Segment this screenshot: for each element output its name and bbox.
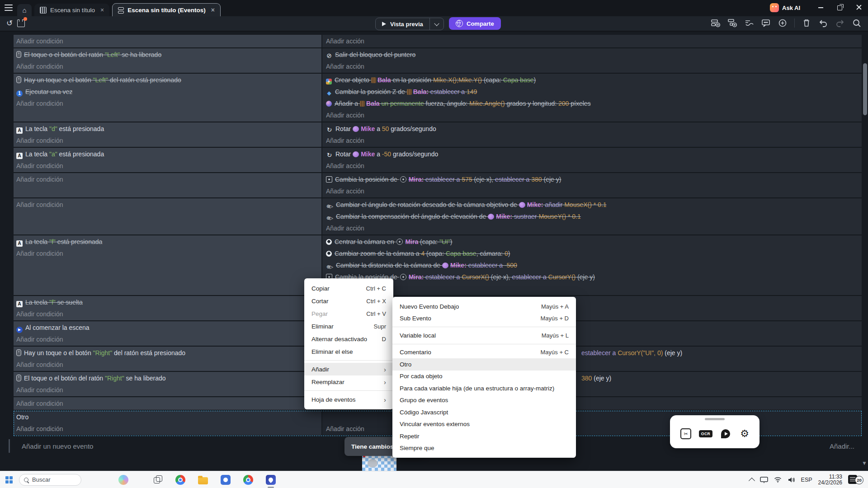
add-circle-icon[interactable] [778, 18, 788, 28]
add-condition-button[interactable]: Añadir condición [16, 423, 321, 435]
add-submenu-item[interactable]: Nuevo Evento DebajoMayús + A [392, 300, 576, 313]
action-line[interactable]: ◆Cambiar la posición Z de Bala: establec… [326, 86, 862, 98]
file-explorer-icon[interactable] [198, 477, 208, 484]
add-condition-button[interactable]: Añadir condición [16, 398, 321, 409]
speaker-icon[interactable] [788, 477, 795, 483]
close-window-button[interactable] [855, 4, 863, 11]
delete-icon[interactable] [802, 18, 811, 28]
action-line[interactable]: ⊘Salir del bloqueo del puntero [326, 49, 862, 61]
action-line[interactable]: 380 (eje y) [581, 372, 862, 384]
ask-ai-button[interactable]: Ask AI [770, 3, 800, 12]
add-submenu-item[interactable]: Repetir [392, 430, 576, 442]
action-line[interactable]: Cambia la posición de Mira: establecer a… [326, 271, 862, 283]
history-icon[interactable]: ↺ [5, 19, 14, 28]
context-menu-item[interactable]: Hoja de eventos› [304, 393, 393, 406]
add-submenu-item[interactable]: Otro [392, 358, 576, 371]
preview-button[interactable]: Vista previa [375, 18, 444, 30]
action-line[interactable]: Centrar la cámara en Mira (capa: "UI") [326, 236, 862, 248]
add-condition-button[interactable]: Añadir condición [16, 135, 321, 146]
add-submenu-item[interactable]: Para cada variable hija (de una estructu… [392, 382, 576, 394]
vertical-scrollbar-thumb[interactable] [863, 63, 867, 115]
event-row[interactable]: ALa tecla "f" está presionadaAñadir cond… [14, 235, 862, 296]
task-view-icon[interactable] [153, 475, 163, 485]
condition-line[interactable]: 1Ejecutar una vez [16, 86, 321, 98]
condition-line[interactable]: ALa tecla "f" se suelta [16, 296, 321, 308]
add-action-button[interactable]: Añadir acción [326, 109, 862, 121]
event-row[interactable]: Añadir condiciónAñadir acción [14, 35, 862, 48]
event-row[interactable]: Añadir condición⊕▷Cambiar el ángulo de r… [14, 198, 862, 235]
add-condition-button[interactable]: Añadir condición [16, 35, 321, 47]
taskbar-search[interactable]: Buscar [19, 474, 81, 486]
media-app-icon[interactable] [221, 475, 231, 485]
search-icon[interactable] [852, 18, 862, 28]
close-tab-icon[interactable]: × [100, 6, 104, 14]
event-row[interactable]: Hay un toque o el botón "Left" del ratón… [14, 74, 862, 122]
start-button[interactable] [5, 476, 13, 483]
action-line[interactable]: +Crear objeto Bala en la posición Mike.X… [326, 74, 862, 86]
condition-line[interactable]: El toque o el botón del ratón "Right" se… [16, 372, 321, 384]
add-action-button[interactable]: Añadir acción [326, 185, 862, 197]
add-subevent-icon[interactable] [727, 18, 737, 28]
language-indicator[interactable]: ESP [801, 477, 812, 483]
context-menu-item[interactable]: Reemplazar› [304, 375, 393, 388]
add-condition-button[interactable]: Añadir condición [16, 174, 321, 185]
add-submenu-item[interactable]: Variable localMayús + L [392, 329, 576, 342]
condition-line[interactable]: ▶Al comenzar la escena [16, 322, 321, 333]
chrome-icon[interactable] [175, 475, 185, 485]
cast-icon[interactable] [760, 477, 768, 483]
main-menu-icon[interactable] [5, 5, 13, 11]
add-action-button[interactable]: Añadir acción [326, 160, 862, 172]
add-condition-button[interactable]: Añadir condición [16, 308, 321, 320]
maximize-button[interactable] [836, 4, 844, 11]
wifi-icon[interactable] [774, 477, 782, 483]
condition-line[interactable]: ALa tecla "f" está presionada [16, 236, 321, 248]
minimize-button[interactable] [817, 4, 825, 11]
add-submenu-item[interactable]: Código Javascript [392, 406, 576, 418]
screenshot-snip-icon[interactable]: ✂ [680, 428, 692, 440]
add-condition-button[interactable]: Añadir condición [16, 384, 321, 396]
add-other-event-icon[interactable] [744, 18, 754, 28]
condition-line[interactable]: ALa tecla "d" está presionada [16, 123, 321, 135]
save-icon-unsaved[interactable] [17, 19, 25, 27]
add-condition-button[interactable]: Añadir condición [16, 160, 321, 172]
event-row[interactable]: Añadir condiciónCambia la posición de Mi… [14, 173, 862, 198]
add-event-icon[interactable] [711, 18, 721, 28]
context-menu-item[interactable]: CortarCtrl + X [304, 295, 393, 307]
event-row[interactable]: El toque o el botón del ratón "Left" se … [14, 48, 862, 74]
condition-line[interactable]: Otro [16, 411, 321, 423]
tray-expand-icon[interactable] [749, 477, 755, 483]
preview-options-chevron[interactable] [430, 23, 443, 25]
add-submenu-item[interactable]: Grupo de eventos [392, 394, 576, 407]
add-action-button[interactable]: Añadir acción [326, 283, 862, 295]
add-submenu-item[interactable]: Por cada objeto [392, 371, 576, 383]
context-menu-item[interactable]: PegarCtrl + V [304, 307, 393, 320]
action-line[interactable]: ↻Rotar Mike a -50 grados/segundo [326, 148, 862, 160]
condition-line[interactable]: El toque o el botón del ratón "Left" se … [16, 49, 321, 61]
event-row[interactable]: ALa tecla "d" está presionadaAñadir cond… [14, 122, 862, 148]
add-submenu-item[interactable]: ComentarioMayús + C [392, 347, 576, 359]
add-action-button[interactable]: Añadir acción [326, 135, 862, 146]
event-row[interactable]: ALa tecla "a" está presionadaAñadir cond… [14, 148, 862, 173]
add-condition-button[interactable]: Añadir condición [16, 98, 321, 109]
comment-icon[interactable] [761, 18, 771, 28]
taskbar-clock[interactable]: 11:33 24/2/2026 [818, 474, 842, 486]
share-button[interactable]: Comparte [449, 17, 501, 30]
context-menu-item[interactable]: Añadir› [304, 363, 393, 375]
add-condition-button[interactable]: Añadir condición [16, 359, 321, 371]
add-more-button[interactable]: Añadir... [830, 442, 854, 450]
gdevelop-icon[interactable] [266, 475, 276, 485]
add-new-event-button[interactable]: Añadir un nuevo evento [22, 442, 93, 450]
scrollbar-down-arrow[interactable]: ▼ [862, 460, 867, 466]
add-action-button[interactable]: Añadir acción [326, 35, 862, 47]
condition-line[interactable]: ALa tecla "a" está presionada [16, 148, 321, 160]
ocr-icon[interactable]: OCR [700, 428, 712, 440]
action-line[interactable]: ↻Rotar Mike a 50 grados/segundo [326, 123, 862, 135]
add-condition-button[interactable]: Añadir condición [16, 333, 321, 345]
action-line[interactable]: Añadir a Bala un permanente fuerza, ángu… [326, 98, 862, 109]
undo-icon[interactable] [818, 18, 828, 28]
action-line[interactable]: ⊕▷Cambiar el ángulo de rotación deseado … [326, 199, 862, 211]
drag-handle[interactable] [705, 418, 725, 420]
add-submenu-item[interactable]: Vincular eventos externos [392, 418, 576, 431]
add-action-button[interactable]: Añadir acción [326, 222, 862, 234]
notification-center-button[interactable]: 20 [848, 475, 863, 485]
